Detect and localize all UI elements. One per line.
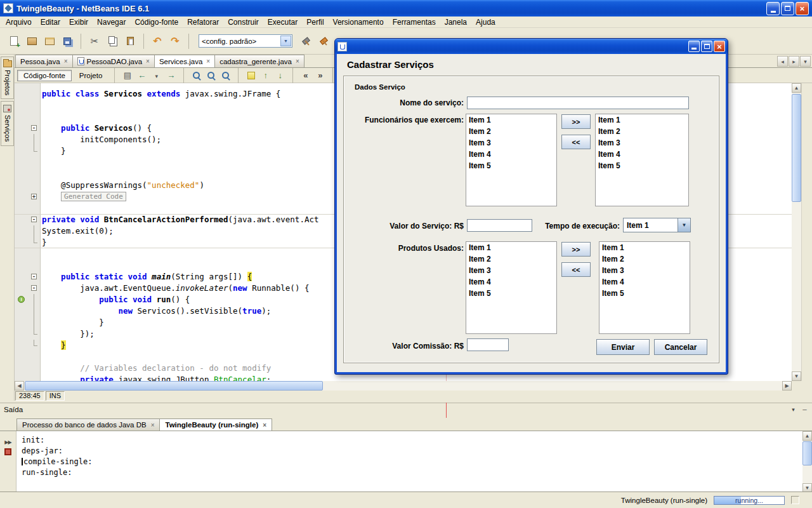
close-tab-icon[interactable]: × [64,58,68,65]
new-project-icon[interactable] [23,32,41,50]
produtos-selected-list[interactable]: Item 1Item 2Item 3Item 4Item 5 [599,241,690,334]
list-item[interactable]: Item 4 [596,149,688,160]
output-vertical-scrollbar[interactable]: ▲ ▼ [802,431,812,493]
list-item[interactable]: Item 5 [466,160,556,171]
menu-item-editar[interactable]: Editar [36,17,65,27]
editor-tab-pessoadao-java[interactable]: PessoaDAO.java× [72,55,155,67]
produtos-available-list[interactable]: Item 1Item 2Item 3Item 4Item 5 [466,241,557,334]
editor-tab-cadastra-gerente-java[interactable]: cadastra_gerente.java× [214,55,304,67]
close-tab-icon[interactable]: × [151,422,155,429]
list-item[interactable]: Item 2 [596,126,688,137]
menu-item-janela[interactable]: Janela [440,17,471,27]
fold-collapse-icon[interactable]: - [31,125,37,131]
cancelar-button[interactable]: Cancelar [654,339,707,355]
cut-icon[interactable] [86,32,103,50]
editor-horizontal-scrollbar[interactable]: ◀ ▶ [15,381,792,391]
scroll-left-icon[interactable]: ◀ [15,381,24,391]
list-item[interactable]: Item 2 [466,253,556,265]
tab-list-dropdown-icon[interactable]: ▾ [800,56,811,67]
produtos-remove-button[interactable]: << [561,262,591,277]
nome-servico-input[interactable] [467,97,689,109]
editor-tab-pessoa-java[interactable]: Pessoa.java× [15,55,73,67]
shift-right-icon[interactable] [313,69,327,82]
menu-item-arquivo[interactable]: Arquivo [1,17,36,27]
undo-icon[interactable] [148,32,166,50]
list-item[interactable]: Item 4 [599,276,690,288]
close-button[interactable]: × [714,41,725,52]
prev-occurrence-icon[interactable] [259,69,272,82]
build-icon[interactable] [298,32,315,50]
source-view-button[interactable]: Código-fonte [17,70,72,81]
fold-collapse-icon[interactable]: - [31,274,37,279]
scrollbar-thumb[interactable] [792,94,801,202]
output-tab-processo-do-banco-de-dados-java-db[interactable]: Processo do banco de dados Java DB× [16,418,160,431]
scroll-tabs-left-icon[interactable]: ◂ [777,56,788,67]
dialog-title-bar[interactable]: × [335,39,728,54]
scrollbar-thumb[interactable] [802,441,812,465]
editor-vertical-scrollbar[interactable]: ▲ ▼ [792,83,801,381]
scroll-up-icon[interactable]: ▲ [792,83,801,93]
close-tab-icon[interactable]: × [206,58,210,65]
open-project-icon[interactable] [41,32,58,50]
clean-build-icon[interactable] [315,32,333,50]
find-next-icon[interactable] [204,69,218,82]
output-console[interactable]: init:deps-jar:compile-single:run-single: [16,431,812,492]
fold-collapse-icon[interactable]: - [31,285,37,291]
tempo-execucao-combobox[interactable]: Item 1 ▼ [623,218,691,232]
highlight-icon[interactable] [244,69,258,82]
close-button[interactable]: × [796,2,809,15]
list-item[interactable]: Item 1 [466,242,556,253]
list-item[interactable]: Item 3 [466,137,556,149]
redo-icon[interactable] [166,32,184,50]
find-prev-icon[interactable] [219,69,232,82]
valor-servico-input[interactable] [467,219,532,232]
enviar-button[interactable]: Enviar [596,339,650,355]
list-item[interactable]: Item 4 [466,276,556,288]
chevron-down-icon[interactable]: ▼ [280,36,291,46]
close-tab-icon[interactable]: × [296,58,299,65]
shift-left-icon[interactable] [299,69,312,82]
output-tab-twinglebeauty-run-single[interactable]: TwingleBeauty (run-single)× [159,418,272,431]
list-item[interactable]: Item 4 [466,149,556,160]
scroll-tabs-right-icon[interactable]: ▸ [789,56,799,67]
list-item[interactable]: Item 1 [596,114,688,126]
fold-collapse-icon[interactable]: - [31,217,37,222]
funcionarios-available-list[interactable]: Item 1Item 2Item 3Item 4Item 5 [466,114,557,206]
new-file-icon[interactable] [5,32,23,50]
menu-item-construir[interactable]: Construir [223,17,263,27]
funcionarios-remove-button[interactable]: << [561,135,591,149]
rerun-button[interactable] [3,437,13,445]
list-item[interactable]: Item 5 [599,288,690,299]
list-item[interactable]: Item 2 [466,126,556,137]
save-all-icon[interactable] [58,32,76,50]
back-menu-icon[interactable] [150,69,163,82]
chevron-down-icon[interactable]: ▼ [678,218,690,232]
menu-item-navegar[interactable]: Navegar [93,17,130,27]
history-icon[interactable] [121,69,134,82]
minimize-button[interactable] [766,2,780,15]
scroll-down-icon[interactable]: ▼ [792,371,801,381]
menu-item-versionamento[interactable]: Versionamento [329,17,388,27]
design-view-button[interactable]: Projeto [73,70,108,81]
list-item[interactable]: Item 5 [466,288,556,299]
menu-item-executar[interactable]: Executar [263,17,302,27]
menu-item-ajuda[interactable]: Ajuda [471,17,500,27]
paste-icon[interactable] [121,32,139,50]
close-tab-icon[interactable]: × [263,422,266,429]
find-icon[interactable] [190,69,203,82]
forward-icon[interactable] [164,69,178,82]
list-item[interactable]: Item 3 [599,265,690,276]
editor-tab-services-java[interactable]: Services.java× [154,55,215,67]
funcionarios-add-button[interactable]: >> [561,114,591,129]
valor-comissao-input[interactable] [467,338,509,351]
menu-item-ferramentas[interactable]: Ferramentas [388,17,440,27]
scroll-right-icon[interactable]: ▶ [782,381,792,391]
minimize-panel-icon[interactable]: ─ [800,404,809,414]
menu-item-perfil[interactable]: Perfil [302,17,328,27]
list-item[interactable]: Item 3 [466,265,556,276]
list-item[interactable]: Item 1 [599,242,690,253]
scrollbar-thumb[interactable] [25,381,323,391]
list-item[interactable]: Item 5 [596,160,688,171]
back-icon[interactable] [135,69,148,82]
menu-item-refatorar[interactable]: Refatorar [183,17,223,27]
